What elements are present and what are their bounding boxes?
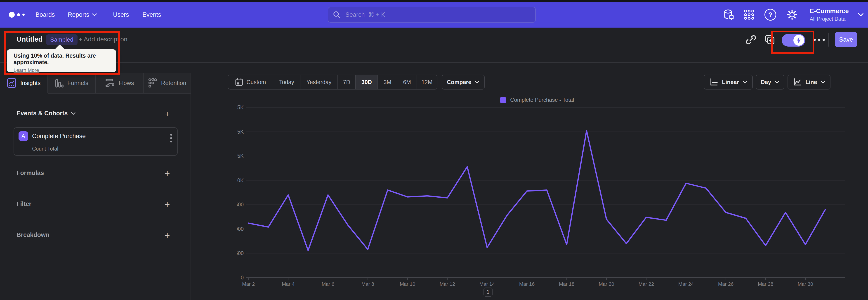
range-custom[interactable]: Custom — [228, 75, 273, 89]
svg-text:12.5K: 12.5K — [237, 153, 244, 159]
range-label: Custom — [246, 79, 266, 86]
chevron-down-icon — [743, 81, 747, 83]
legend-swatch — [500, 97, 506, 103]
calendar-icon — [235, 78, 243, 86]
help-icon[interactable]: ? — [765, 2, 776, 28]
global-search[interactable] — [328, 7, 536, 23]
tab-label: Retention — [161, 80, 186, 87]
event-letter-badge: A — [19, 131, 28, 141]
svg-text:Mar 14: Mar 14 — [479, 281, 495, 287]
range-7d[interactable]: 7D — [338, 75, 356, 89]
project-scope: All Project Data — [810, 16, 849, 22]
project-selector[interactable]: E-Commerce All Project Data — [810, 2, 849, 28]
chart-type-dropdown[interactable]: Line — [787, 74, 831, 90]
legend-item[interactable]: Complete Purchase - Total — [500, 97, 574, 103]
tab-label: Funnels — [67, 80, 88, 87]
search-input[interactable] — [328, 7, 536, 23]
nav-item-label: Events — [143, 11, 161, 18]
project-name: E-Commerce — [810, 7, 849, 15]
tab-flows[interactable]: Flows — [96, 73, 144, 93]
sampling-tooltip: Using 10% of data. Results are approxima… — [7, 49, 116, 72]
svg-text:17.5K: 17.5K — [237, 104, 244, 110]
granularity-label: Day — [761, 79, 771, 86]
range-label: 6M — [403, 79, 411, 86]
nav-item-boards[interactable]: Boards — [35, 2, 55, 28]
nav-item-users[interactable]: Users — [113, 2, 129, 28]
more-menu-icon[interactable] — [812, 33, 826, 47]
sampling-toggle-knob — [794, 35, 804, 46]
range-12m[interactable]: 12M — [417, 75, 437, 89]
compare-button[interactable]: Compare — [442, 74, 485, 90]
tooltip-learn-more-link[interactable]: Learn More — [13, 67, 39, 73]
range-label: Today — [279, 79, 294, 86]
scale-dropdown[interactable]: Linear — [704, 74, 753, 90]
range-30d[interactable]: 30D — [356, 75, 378, 89]
search-icon — [333, 11, 341, 19]
svg-text:7,500: 7,500 — [237, 202, 244, 208]
svg-text:Mar 6: Mar 6 — [322, 281, 334, 287]
tab-label: Flows — [119, 80, 134, 87]
events-cohorts-header[interactable]: Events & Cohorts — [17, 110, 75, 117]
add-breakdown-button[interactable]: + — [161, 230, 173, 241]
apps-grid-icon[interactable] — [743, 2, 755, 28]
line-chart[interactable]: 02,5005,0007,50010K12.5K15K17.5KMar 2Mar… — [237, 103, 848, 298]
range-yesterday[interactable]: Yesterday — [301, 75, 338, 89]
linear-axis-icon — [709, 78, 718, 87]
breakdown-label: Breakdown — [17, 232, 50, 239]
tab-insights[interactable]: Insights — [0, 73, 48, 94]
range-label: Yesterday — [307, 79, 331, 86]
pagination-page-1[interactable]: 1 — [484, 288, 493, 297]
svg-text:Mar 18: Mar 18 — [559, 281, 575, 287]
nav-item-events[interactable]: Events — [143, 2, 161, 28]
top-nav: Boards Reports Users Events ? E-Commerce… — [0, 2, 868, 28]
retention-icon — [148, 78, 158, 88]
data-management-icon[interactable] — [722, 2, 735, 28]
event-metric[interactable]: Count Total — [32, 146, 58, 152]
mixpanel-logo-icon[interactable] — [8, 2, 27, 28]
lightning-bolt-icon — [796, 37, 802, 44]
add-event-button[interactable]: + — [161, 108, 173, 120]
svg-text:Mar 28: Mar 28 — [758, 281, 773, 287]
insights-icon — [7, 78, 17, 88]
range-6m[interactable]: 6M — [397, 75, 417, 89]
svg-text:Mar 24: Mar 24 — [678, 281, 694, 287]
svg-text:Mar 20: Mar 20 — [599, 281, 614, 287]
svg-text:Mar 10: Mar 10 — [400, 281, 415, 287]
share-link-icon[interactable] — [744, 33, 758, 47]
sampling-toggle[interactable] — [782, 34, 805, 47]
svg-text:Mar 12: Mar 12 — [440, 281, 455, 287]
app-root: Boards Reports Users Events ? E-Commerce… — [0, 0, 868, 300]
nav-item-label: Users — [113, 11, 129, 18]
chart-type-label: Line — [805, 79, 817, 86]
compare-label: Compare — [447, 79, 471, 86]
line-chart-icon — [793, 78, 802, 87]
nav-item-label: Boards — [35, 11, 55, 18]
range-today[interactable]: Today — [273, 75, 301, 89]
project-chevron-icon[interactable] — [858, 2, 864, 28]
tab-retention[interactable]: Retention — [144, 73, 191, 93]
add-to-board-icon[interactable] — [763, 33, 777, 47]
svg-text:2,500: 2,500 — [237, 250, 244, 256]
event-kebab-icon[interactable] — [170, 133, 172, 143]
svg-text:Mar 8: Mar 8 — [362, 281, 374, 287]
range-3m[interactable]: 3M — [378, 75, 397, 89]
nav-item-reports[interactable]: Reports — [68, 2, 97, 28]
report-title[interactable]: Untitled — [17, 35, 42, 43]
range-label: 12M — [422, 79, 433, 86]
add-formula-button[interactable]: + — [161, 168, 173, 180]
settings-gear-icon[interactable] — [786, 2, 798, 28]
scale-label: Linear — [722, 79, 739, 86]
range-label: 30D — [362, 79, 372, 86]
report-header — [0, 28, 868, 63]
tab-label: Insights — [20, 80, 41, 87]
sampled-badge[interactable]: Sampled — [46, 34, 78, 45]
header-divider — [828, 33, 829, 47]
granularity-dropdown[interactable]: Day — [756, 74, 784, 90]
event-card[interactable]: A Complete Purchase Count Total — [13, 127, 178, 156]
svg-text:5,000: 5,000 — [237, 226, 244, 232]
save-button[interactable]: Save — [835, 32, 857, 47]
add-filter-button[interactable]: + — [161, 199, 173, 210]
tab-funnels[interactable]: Funnels — [48, 73, 96, 93]
add-description[interactable]: + Add description... — [79, 36, 133, 43]
svg-text:Mar 22: Mar 22 — [639, 281, 654, 287]
